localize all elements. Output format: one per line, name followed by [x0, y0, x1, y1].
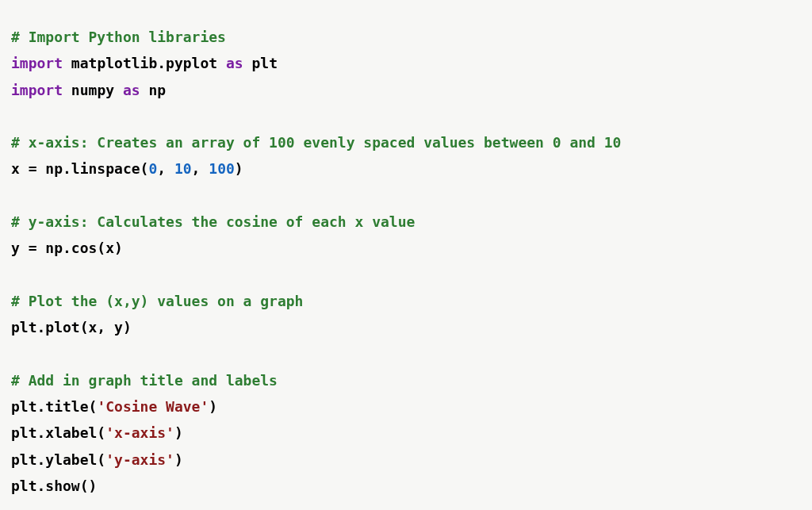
- number-literal: 10: [174, 160, 192, 177]
- code-text: ): [209, 398, 217, 415]
- comment-labels: # Add in graph title and labels: [11, 372, 278, 389]
- code-text: x = np.linspace(: [11, 160, 148, 177]
- code-text: matplotlib.pyplot: [63, 55, 226, 71]
- code-text: plt.plot(x, y): [11, 319, 132, 336]
- string-literal: 'x-axis': [105, 424, 174, 441]
- code-text: plt: [243, 55, 278, 71]
- string-literal: 'Cosine Wave': [97, 398, 209, 415]
- code-text: numpy: [63, 82, 123, 98]
- code-text: ): [174, 451, 183, 468]
- code-text: plt.ylabel(: [11, 451, 105, 468]
- comment-import: # Import Python libraries: [11, 29, 226, 45]
- code-block: # Import Python libraries import matplot…: [11, 24, 801, 499]
- code-text: np: [140, 82, 167, 98]
- keyword-as: as: [226, 55, 243, 71]
- comment-xaxis: # x-axis: Creates an array of 100 evenly…: [11, 134, 621, 151]
- code-text: ): [235, 160, 243, 177]
- code-text: ,: [157, 160, 174, 177]
- keyword-import: import: [11, 82, 63, 98]
- keyword-import: import: [11, 55, 63, 71]
- number-literal: 100: [209, 160, 235, 177]
- string-literal: 'y-axis': [105, 451, 174, 468]
- code-text: plt.xlabel(: [11, 424, 105, 441]
- keyword-as: as: [123, 82, 140, 98]
- code-text: plt.title(: [11, 398, 97, 415]
- code-text: y = np.cos(x): [11, 240, 123, 256]
- code-text: plt.show(): [11, 477, 97, 494]
- comment-yaxis: # y-axis: Calculates the cosine of each …: [11, 213, 415, 230]
- number-literal: 0: [148, 160, 157, 177]
- comment-plot: # Plot the (x,y) values on a graph: [11, 293, 303, 309]
- code-text: ): [174, 424, 183, 441]
- code-text: ,: [192, 160, 209, 177]
